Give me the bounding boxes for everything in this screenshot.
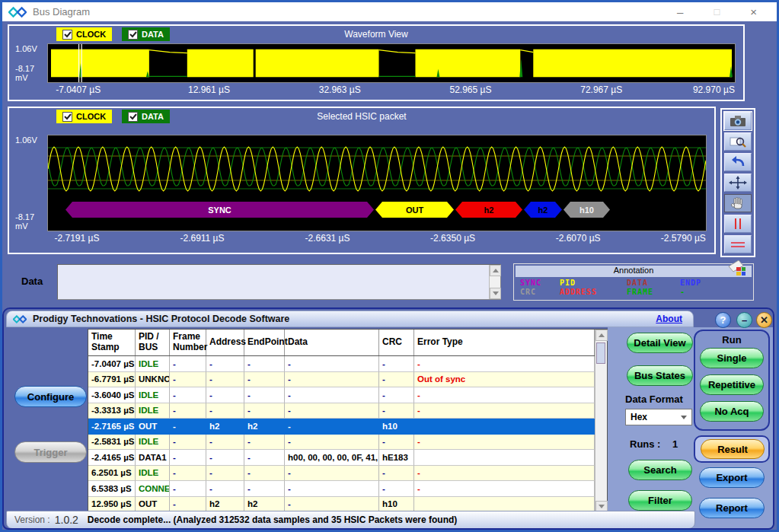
single-button[interactable]: Single — [700, 348, 764, 368]
horizontal-cursors-icon[interactable] — [724, 235, 752, 253]
table-cell: -3.6040 µS — [88, 387, 136, 403]
table-cell: - — [244, 435, 285, 451]
scroll-up-icon[interactable] — [595, 330, 608, 341]
waveform-view-title: Waveform View — [9, 29, 743, 40]
table-row[interactable]: 6.5383 µSCONNE...------ — [88, 481, 595, 497]
table-row[interactable]: -6.7791 µSUNKNO...-----Out of sync — [88, 372, 595, 388]
packet-segment[interactable]: h10 — [563, 202, 610, 218]
app-logo-icon — [8, 6, 27, 18]
minimize-icon[interactable]: – — [677, 6, 683, 18]
decoder-close-button[interactable]: ✕ — [756, 312, 772, 328]
table-cell: - — [379, 466, 414, 482]
table-cell: IDLE — [136, 435, 170, 451]
table-cell: - — [244, 481, 285, 497]
data-scrollbar[interactable] — [489, 265, 500, 299]
table-row[interactable]: -2.7165 µSOUT-h2h2-h10 — [88, 419, 595, 435]
decoder-minimize-button[interactable]: – — [736, 312, 752, 328]
table-row[interactable]: -2.4165 µSDATA1---h00, 00, 00, 00, 0F, 4… — [88, 450, 595, 466]
table-cell: - — [170, 450, 206, 466]
repetitive-button[interactable]: Repetitive — [700, 374, 764, 395]
clock-checkbox[interactable]: CLOCK — [56, 27, 112, 41]
column-header[interactable]: Time Stamp — [88, 330, 136, 355]
table-cell: 6.5383 µS — [88, 481, 136, 497]
data-textarea[interactable] — [57, 264, 501, 300]
pan-icon[interactable] — [724, 174, 752, 192]
packet-x-axis: -2.7191 µS-2.6911 µS-2.6631 µS-2.6350 µS… — [47, 231, 707, 246]
table-cell: 12.950 µS — [88, 497, 136, 513]
table-row[interactable]: -2.5831 µSIDLE------ — [88, 435, 595, 451]
table-cell: -3.3313 µS — [88, 403, 136, 419]
x-tick-label: 32.963 µS — [319, 84, 361, 95]
clock-label: CLOCK — [76, 30, 106, 39]
report-button[interactable]: Report — [699, 498, 765, 518]
table-cell: - — [285, 481, 379, 497]
table-cell: -2.7165 µS — [88, 419, 136, 435]
table-cell: - — [170, 435, 206, 451]
annotation-item: CRC — [520, 288, 560, 296]
configure-button[interactable]: Configure — [14, 386, 87, 407]
table-row[interactable]: 12.950 µSOUT-h2h2-h10 — [88, 497, 595, 513]
column-header[interactable]: Error Type — [414, 330, 595, 355]
palette-icon[interactable] — [720, 259, 755, 277]
table-cell: - — [244, 466, 285, 482]
column-header[interactable]: Frame Number — [170, 330, 206, 355]
column-header[interactable]: PID / BUS — [136, 330, 170, 355]
column-header[interactable]: CRC — [379, 330, 414, 355]
table-row[interactable]: -3.3313 µSIDLE------ — [88, 403, 595, 419]
title-bar: Bus Diagram – □ × — [2, 2, 777, 21]
no-acq-button[interactable]: No Acq — [700, 401, 764, 422]
annotation-item: DATA — [627, 279, 680, 287]
packet-segment[interactable]: OUT — [375, 202, 454, 218]
decoder-title: Prodigy Technovations - HSIC Protocol De… — [33, 314, 289, 324]
table-cell: - — [206, 356, 244, 372]
help-button[interactable]: ? — [715, 312, 731, 328]
data-checkbox[interactable]: DATA — [122, 110, 170, 123]
column-header[interactable]: Data — [285, 330, 379, 355]
table-row[interactable]: -7.0407 µSIDLE------ — [88, 356, 595, 372]
decode-table: Time StampPID / BUSFrame NumberAddressEn… — [88, 329, 608, 513]
close-icon[interactable]: × — [750, 6, 757, 18]
scrollbar-thumb[interactable] — [596, 342, 605, 364]
table-cell: - — [170, 356, 206, 372]
column-header[interactable]: EndPoint — [244, 330, 285, 355]
clock-waveform — [48, 44, 735, 82]
data-format-select[interactable]: Hex — [625, 409, 692, 425]
version-label: Version : — [14, 514, 50, 525]
scroll-down-icon[interactable] — [490, 288, 501, 299]
table-cell: CONNE... — [136, 481, 170, 497]
table-row[interactable]: -3.6040 µSIDLE------ — [88, 387, 595, 403]
vertical-cursors-icon[interactable] — [724, 215, 752, 233]
table-cell: h00, 00, 00, 00, 0F, 41, D... — [285, 450, 379, 466]
table-cell: h10 — [379, 419, 414, 435]
camera-icon[interactable] — [724, 112, 752, 130]
data-checkbox[interactable]: DATA — [122, 27, 170, 41]
table-cell: -6.7791 µS — [88, 372, 136, 388]
about-link[interactable]: About — [656, 314, 682, 324]
table-cell: - — [379, 403, 414, 419]
filter-button[interactable]: Filter — [628, 490, 692, 511]
column-header[interactable]: Address — [206, 330, 244, 355]
clock-checkbox[interactable]: CLOCK — [56, 110, 112, 123]
waveform-toolbar — [720, 108, 755, 277]
annotation-item: ADDRESS — [560, 288, 627, 296]
waveform-canvas[interactable] — [47, 43, 736, 83]
undo-icon[interactable] — [724, 153, 752, 171]
result-button[interactable]: Result — [701, 439, 765, 459]
export-button[interactable]: Export — [699, 467, 765, 488]
search-button[interactable]: Search — [628, 460, 692, 480]
packet-segment[interactable]: SYNC — [65, 202, 374, 218]
maximize-icon[interactable]: □ — [714, 7, 720, 17]
packet-segment[interactable]: h2 — [524, 202, 562, 218]
x-tick-label: 52.965 µS — [449, 84, 491, 95]
detail-view-button[interactable]: Detail View — [627, 333, 693, 353]
x-tick-label: 92.970 µS — [693, 84, 735, 95]
hand-icon[interactable] — [724, 194, 752, 212]
trigger-button[interactable]: Trigger — [14, 441, 87, 463]
bus-states-button[interactable]: Bus States — [627, 365, 693, 386]
packet-canvas[interactable]: SYNCOUTh2h2h10 — [47, 135, 707, 231]
zoom-preview-icon[interactable] — [724, 132, 752, 151]
table-row[interactable]: 6.2501 µSIDLE------ — [88, 466, 595, 482]
scroll-up-icon[interactable] — [490, 265, 501, 276]
table-scrollbar[interactable] — [595, 330, 607, 512]
packet-segment[interactable]: h2 — [455, 202, 522, 218]
